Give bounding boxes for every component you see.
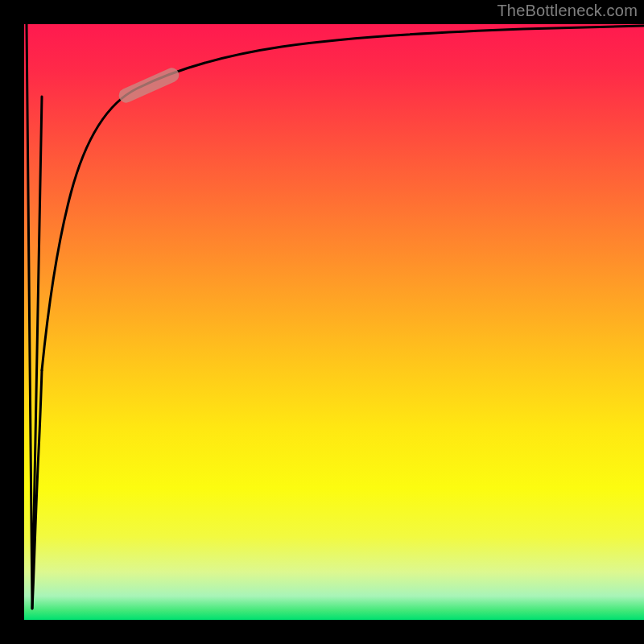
plot-gradient-background bbox=[24, 24, 644, 620]
watermark-label: TheBottleneck.com bbox=[497, 2, 638, 20]
